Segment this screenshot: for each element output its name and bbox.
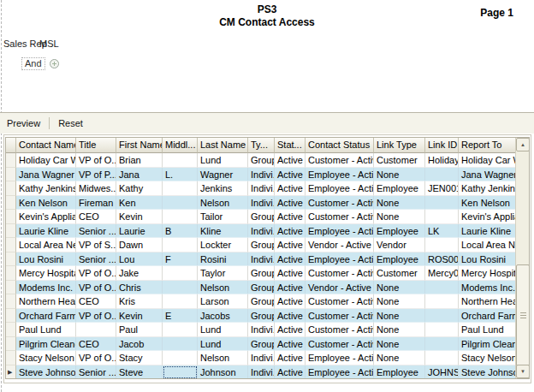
cell-link-type[interactable]: None: [374, 294, 425, 309]
cell-contact-status[interactable]: Vendor - Active ...: [306, 238, 374, 252]
cell-type[interactable]: Group: [248, 210, 275, 224]
cell-middle[interactable]: [163, 266, 198, 281]
cell-last-name[interactable]: Larson: [198, 294, 248, 309]
vertical-scrollbar[interactable]: ▲ ▼: [515, 138, 529, 378]
cell-link-type[interactable]: Employee: [374, 224, 425, 239]
cell-last-name[interactable]: Lund: [198, 337, 248, 352]
cell-title[interactable]: Senior ...: [76, 252, 116, 267]
table-row[interactable]: Ken NelsonFiremanKenNelsonIndivi...Activ…: [6, 196, 515, 211]
cell-link-type[interactable]: Employee: [374, 365, 425, 379]
cell-title[interactable]: Fireman: [76, 196, 116, 211]
cell-title[interactable]: VP of O...: [76, 351, 116, 365]
cell-title[interactable]: VP of S...: [76, 238, 116, 252]
table-row[interactable]: Paul LundPaulLundIndivi...ActiveCustomer…: [6, 323, 515, 337]
cell-contact-status[interactable]: Employee - Active: [306, 365, 374, 379]
cell-contact-status[interactable]: Customer - Activ...: [306, 323, 374, 337]
cell-link-id[interactable]: [425, 309, 459, 324]
cell-contact-name[interactable]: Holiday Car Wash: [16, 153, 76, 168]
cell-type[interactable]: Group: [248, 153, 275, 168]
column-header-first-name[interactable]: First Name: [116, 138, 163, 153]
row-gutter-cell[interactable]: [6, 294, 16, 309]
cell-report-to[interactable]: Local Area Net...: [459, 238, 515, 252]
cell-first-name[interactable]: Chris: [116, 281, 163, 295]
cell-link-id[interactable]: [425, 281, 459, 295]
cell-status[interactable]: Active: [275, 351, 306, 365]
column-header-last-name[interactable]: Last Name: [198, 138, 248, 153]
cell-status[interactable]: Active: [275, 181, 306, 196]
cell-title[interactable]: CEO: [76, 337, 116, 352]
table-row[interactable]: Laurie KlineSenior ...LaurieBKlineIndivi…: [6, 224, 515, 239]
cell-contact-name[interactable]: Local Area Netw...: [16, 238, 76, 252]
cell-middle[interactable]: E: [163, 309, 198, 324]
row-gutter-cell[interactable]: [6, 351, 16, 365]
cell-link-type[interactable]: Customer: [374, 153, 425, 168]
column-header-title[interactable]: Title: [76, 138, 116, 153]
table-row[interactable]: Stacy NelsonVP of O...StacyNelsonIndivi.…: [6, 351, 515, 365]
cell-contact-name[interactable]: Pilgrim Cleaners: [16, 337, 76, 352]
cell-link-id[interactable]: [425, 210, 459, 224]
cell-contact-status[interactable]: Customer - Active: [306, 266, 374, 281]
cell-status[interactable]: Active: [275, 168, 306, 182]
cell-link-type[interactable]: None: [374, 168, 425, 182]
cell-first-name[interactable]: Lou: [116, 252, 163, 267]
cell-first-name[interactable]: Jake: [116, 266, 163, 281]
cell-report-to[interactable]: Orchard Farms: [459, 309, 515, 324]
table-row[interactable]: Modems Inc.VP of O...ChrisNelsonGroupAct…: [6, 281, 515, 295]
cell-title[interactable]: Senior ...: [76, 365, 116, 379]
cell-link-id[interactable]: [425, 168, 459, 182]
cell-middle[interactable]: [163, 294, 198, 309]
cell-link-id[interactable]: Mercy01: [425, 266, 459, 281]
cell-status[interactable]: Active: [275, 337, 306, 352]
cell-last-name[interactable]: Lund: [198, 153, 248, 168]
row-gutter-cell[interactable]: [6, 168, 16, 182]
cell-link-type[interactable]: None: [374, 196, 425, 211]
cell-report-to[interactable]: Northern Heati...: [459, 294, 515, 309]
cell-link-id[interactable]: LK: [425, 224, 459, 239]
cell-last-name[interactable]: Rosini: [198, 252, 248, 267]
cell-middle[interactable]: [163, 181, 198, 196]
cell-link-id[interactable]: [425, 294, 459, 309]
cell-type[interactable]: Group: [248, 238, 275, 252]
cell-contact-status[interactable]: Customer - Activ...: [306, 196, 374, 211]
cell-link-id[interactable]: Holiday: [425, 153, 459, 168]
cell-report-to[interactable]: Steve Johnson: [459, 365, 515, 379]
cell-status[interactable]: Active: [275, 252, 306, 267]
cell-contact-status[interactable]: Vendor - Active ...: [306, 281, 374, 295]
row-gutter-cell[interactable]: [6, 323, 16, 337]
cell-report-to[interactable]: Holiday Car W...: [459, 153, 515, 168]
cell-last-name[interactable]: Nelson: [198, 281, 248, 295]
cell-type[interactable]: Group: [248, 337, 275, 352]
cell-contact-status[interactable]: Employee - Active: [306, 168, 374, 182]
cell-report-to[interactable]: Stacy Nelson: [459, 351, 515, 365]
cell-last-name[interactable]: Wagner: [198, 168, 248, 182]
cell-first-name[interactable]: Stacy: [116, 351, 163, 365]
cell-first-name[interactable]: Kevin: [116, 309, 163, 324]
cell-first-name[interactable]: Paul: [116, 323, 163, 337]
table-row[interactable]: Orchard FarmsVP of O...KevinEJacobsGroup…: [6, 309, 515, 324]
cell-type[interactable]: Group: [248, 294, 275, 309]
cell-type[interactable]: Indivi...: [248, 224, 275, 239]
cell-status[interactable]: Active: [275, 323, 306, 337]
cell-last-name[interactable]: Nelson: [198, 351, 248, 365]
cell-link-type[interactable]: None: [374, 351, 425, 365]
row-gutter-cell[interactable]: ▶: [6, 365, 16, 379]
cell-contact-status[interactable]: Employee - Active: [306, 224, 374, 239]
cell-link-type[interactable]: None: [374, 323, 425, 337]
row-gutter-cell[interactable]: [6, 238, 16, 252]
cell-last-name[interactable]: Nelson: [198, 196, 248, 211]
cell-status[interactable]: Active: [275, 365, 306, 379]
cell-link-type[interactable]: None: [374, 309, 425, 324]
cell-contact-status[interactable]: Customer - Activ...: [306, 309, 374, 324]
cell-last-name[interactable]: Lund: [198, 323, 248, 337]
preview-button[interactable]: Preview: [0, 116, 47, 130]
cell-title[interactable]: Senior ...: [76, 224, 116, 239]
cell-last-name[interactable]: Tailor: [198, 210, 248, 224]
cell-status[interactable]: Active: [275, 210, 306, 224]
cell-first-name[interactable]: Kathy: [116, 181, 163, 196]
cell-type[interactable]: Indivi...: [248, 351, 275, 365]
cell-middle[interactable]: [163, 238, 198, 252]
column-header-link-id[interactable]: Link ID: [425, 138, 459, 153]
cell-contact-name[interactable]: Kathy Jenkins: [16, 181, 76, 196]
cell-contact-name[interactable]: Jana Wagner: [16, 168, 76, 182]
cell-middle[interactable]: B: [163, 224, 198, 239]
